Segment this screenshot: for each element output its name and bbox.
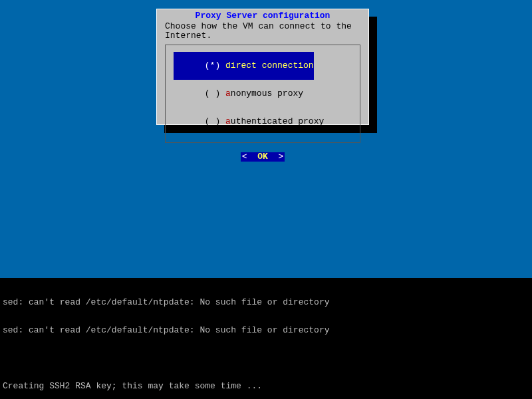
terminal-line: sed: can't read /etc/default/ntpdate: No… (3, 298, 529, 307)
dialog-title: Proxy Server configuration (162, 11, 363, 21)
terminal-output: sed: can't read /etc/default/ntpdate: No… (0, 278, 532, 399)
ok-button-label: OK (257, 152, 268, 162)
terminal-line: Creating SSH2 RSA key; this may take som… (3, 382, 529, 391)
option-label: irect connection (231, 61, 314, 70)
ok-button[interactable]: < OK > (241, 152, 285, 162)
radio-indicator: (*) (205, 61, 225, 70)
terminal-line (3, 354, 529, 363)
option-anonymous-proxy[interactable]: ( ) anonymous proxy (174, 80, 352, 108)
proxy-config-dialog: Proxy Server configuration Choose how th… (156, 9, 369, 125)
radio-indicator: ( ) (205, 88, 225, 98)
button-row: < OK > (162, 152, 363, 162)
terminal-line: sed: can't read /etc/default/ntpdate: No… (3, 326, 529, 335)
radio-indicator: ( ) (205, 116, 225, 126)
chevron-right-icon: > (268, 152, 283, 162)
option-list: (*) direct connection ( ) anonymous prox… (165, 45, 360, 143)
option-hotkey: d (225, 61, 231, 70)
option-authenticated-proxy[interactable]: ( ) authenticated proxy (174, 108, 352, 136)
option-direct-connection[interactable]: (*) direct connection (174, 52, 314, 80)
chevron-left-icon: < (242, 152, 257, 162)
option-label: nonymous proxy (231, 88, 303, 98)
dialog-prompt: Choose how the VM can connect to the Int… (162, 22, 363, 41)
option-hotkey: a (225, 116, 231, 126)
option-label: uthenticated proxy (231, 116, 324, 126)
option-hotkey: a (225, 88, 231, 98)
